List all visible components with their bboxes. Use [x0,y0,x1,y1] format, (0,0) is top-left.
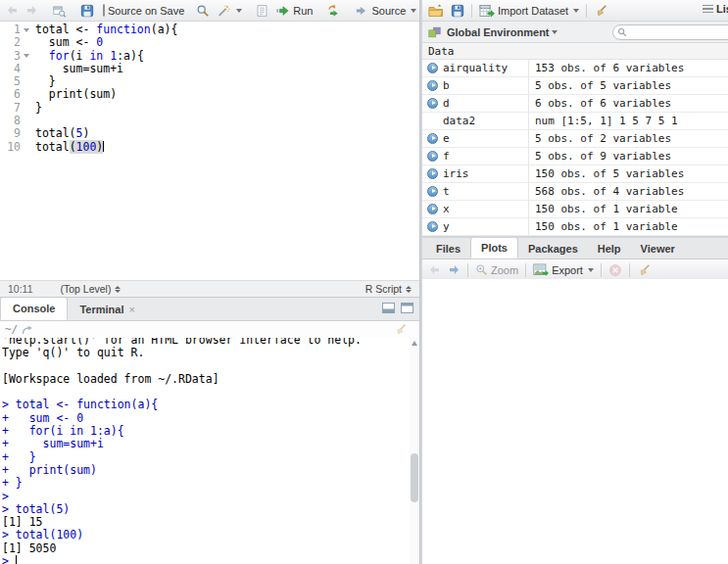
editor-toolbar: Source on Save Run Source [0,0,419,22]
environment-object-row[interactable]: y150 obs. of 1 variable [422,218,728,236]
environment-object-row[interactable]: data2num [1:5, 1] 1 5 7 5 1 [422,113,728,130]
file-type-selector[interactable]: R Script [365,283,412,295]
view-mode-toggle[interactable]: List [703,3,728,15]
source-on-save-checkbox[interactable] [103,4,105,17]
gutter-line-number[interactable]: 2 [0,36,31,49]
load-workspace-icon[interactable] [426,3,446,19]
scrollbar-thumb[interactable] [411,453,418,502]
code-line[interactable]: sum <- 0 [35,36,419,49]
environment-object-row[interactable]: iris150 obs. of 5 variables [422,165,728,183]
gutter-line-number[interactable]: 6 [0,88,31,101]
separator [471,4,472,18]
expand-slot [425,201,440,217]
import-dataset-button[interactable]: Import Dataset [477,3,581,19]
next-plot-icon[interactable] [446,262,462,277]
code-tools-icon[interactable] [215,3,244,19]
environment-toolbar: Import Dataset List [422,0,728,22]
remove-plot-icon[interactable] [607,262,624,278]
environment-object-row[interactable]: airquality153 obs. of 6 variables [422,60,728,77]
editor-code[interactable]: total <- function(a){ sum <- 0 for(i in … [35,24,419,154]
console-scrollbar[interactable] [410,338,419,564]
code-line[interactable]: for(i in 1:a){ [35,50,419,63]
code-fold-icon[interactable] [24,28,29,32]
clear-console-icon[interactable] [394,323,408,336]
expand-object-icon[interactable] [427,151,438,162]
clear-objects-icon[interactable] [592,3,610,19]
run-button[interactable]: Run [273,3,315,19]
environment-object-row[interactable]: f5 obs. of 9 variables [422,148,728,165]
environment-object-row[interactable]: t568 obs. of 4 variables [422,183,728,201]
code-line[interactable] [35,115,419,127]
code-fold-icon[interactable] [24,54,29,58]
save-icon[interactable] [78,3,96,19]
gutter-line-number[interactable]: 7 [0,102,31,115]
expand-object-icon[interactable] [427,63,438,73]
clear-all-plots-icon[interactable] [635,262,654,278]
gutter-line-number[interactable]: 8 [0,115,31,127]
console-output[interactable]: 'help.start()' for an HTML browser inter… [2,338,409,564]
code-line[interactable]: sum=sum+i [35,63,419,75]
import-dataset-icon [479,4,495,18]
tab-viewer[interactable]: Viewer [631,239,685,258]
expand-object-icon[interactable] [427,186,438,197]
expand-object-icon[interactable] [427,80,438,91]
maximize-pane-button[interactable] [401,303,413,313]
gutter-line-number[interactable]: 3 [0,50,31,63]
zoom-plot-button[interactable]: Zoom [473,262,520,277]
export-plot-button[interactable]: Export [531,262,596,278]
environment-object-row[interactable]: e5 obs. of 2 variables [422,130,728,148]
find-icon[interactable] [194,3,212,19]
environment-object-row[interactable]: d6 obs. of 6 variables [422,95,728,113]
close-terminal-icon[interactable]: × [128,304,134,315]
expand-slot [425,165,440,182]
code-editor[interactable]: 12345678910 total <- function(a){ sum <-… [0,22,419,281]
code-line[interactable]: total <- function(a){ [35,24,419,36]
back-icon[interactable] [4,3,21,18]
save-workspace-icon[interactable] [449,3,466,19]
expand-object-icon[interactable] [427,204,438,214]
forward-icon[interactable] [24,3,40,18]
goto-directory-icon[interactable] [22,325,33,335]
expand-object-icon[interactable] [427,98,438,109]
code-line[interactable]: total(5) [35,127,419,140]
gutter-line-number[interactable]: 9 [0,127,31,140]
code-line[interactable]: } [35,75,419,88]
run-icon [275,4,290,18]
tab-packages[interactable]: Packages [518,239,588,258]
source-button[interactable]: Source [353,3,418,18]
tab-terminal[interactable]: Terminal × [68,299,146,320]
console-line: > total(5) [2,503,409,516]
console-line: + } [2,451,409,464]
code-line[interactable]: print(sum) [35,88,419,101]
rerun-icon[interactable] [324,3,343,19]
gutter-line-number[interactable]: 1 [0,24,31,36]
expand-object-icon[interactable] [427,221,438,232]
console-line [2,386,409,399]
previous-plot-icon[interactable] [426,262,443,277]
environment-search-input[interactable] [630,26,728,39]
open-new-window-icon[interactable] [50,3,69,19]
gutter-line-number[interactable]: 5 [0,75,31,88]
expand-object-icon[interactable] [427,133,438,144]
tab-help[interactable]: Help [588,239,631,258]
tab-files[interactable]: Files [426,239,470,258]
environment-search-box[interactable] [612,24,728,40]
expand-object-icon[interactable] [427,168,438,179]
environment-scope-selector[interactable]: Global Environment [447,26,550,38]
compile-report-icon[interactable] [254,3,270,19]
scroll-up-icon[interactable] [412,341,417,346]
code-line[interactable]: total(100) [35,141,419,154]
gutter-line-number[interactable]: 4 [0,63,31,75]
console-line: + print(sum) [2,464,409,477]
environment-object-row[interactable]: x150 obs. of 1 variable [422,201,728,218]
environment-object-row[interactable]: b5 obs. of 5 variables [422,77,728,95]
code-line[interactable]: } [35,102,419,115]
tab-console[interactable]: Console [0,297,68,320]
object-name: y [440,218,528,235]
tab-plots[interactable]: Plots [470,238,518,258]
scope-selector[interactable]: (Top Level) [61,283,121,295]
minimize-pane-button[interactable] [382,303,395,313]
gutter-line-number[interactable]: 10 [0,141,31,154]
separator [525,263,526,277]
fold-slot [21,75,31,88]
